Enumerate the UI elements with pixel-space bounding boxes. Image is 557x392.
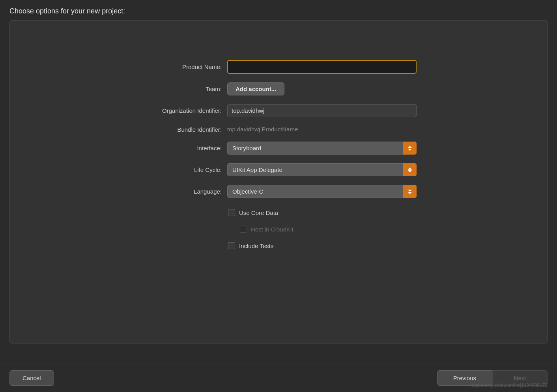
lifecycle-field: UIKit App Delegate — [227, 163, 417, 176]
bundle-identifier-value: top.davidhwj.ProductName — [227, 123, 298, 135]
use-core-data-row: Use Core Data — [228, 209, 417, 216]
team-row: Team: Add account... — [140, 82, 417, 95]
team-field: Add account... — [227, 82, 417, 95]
product-name-label: Product Name: — [140, 63, 227, 70]
cancel-button[interactable]: Cancel — [9, 370, 54, 386]
lifecycle-label: Life Cycle: — [140, 166, 227, 173]
lifecycle-select-wrapper: UIKit App Delegate — [227, 163, 417, 176]
org-identifier-label: Organization Identifier: — [140, 107, 227, 114]
language-field: Objective-C — [227, 185, 417, 198]
page-title: Choose options for your new project: — [0, 0, 557, 20]
language-label: Language: — [140, 188, 227, 195]
form-area: Product Name: Team: Add account... Organ… — [10, 36, 547, 255]
product-name-field — [227, 60, 417, 74]
bundle-identifier-row: Bundle Identifier: top.davidhwj.ProductN… — [140, 126, 417, 133]
host-cloudkit-checkbox — [240, 226, 247, 233]
interface-row: Interface: Storyboard — [140, 142, 417, 155]
add-account-button[interactable]: Add account... — [227, 82, 284, 95]
use-core-data-label: Use Core Data — [239, 209, 278, 216]
org-identifier-field — [227, 104, 417, 117]
include-tests-row: Include Tests — [228, 242, 417, 249]
include-tests-checkbox[interactable] — [228, 242, 235, 249]
interface-select-wrapper: Storyboard — [227, 142, 417, 155]
lifecycle-select[interactable]: UIKit App Delegate — [227, 163, 417, 176]
host-cloudkit-label: Host in CloudKit — [251, 226, 293, 233]
host-cloudkit-row: Host in CloudKit — [228, 226, 417, 233]
lifecycle-row: Life Cycle: UIKit App Delegate — [140, 163, 417, 176]
interface-select[interactable]: Storyboard — [227, 142, 417, 155]
bundle-identifier-label: Bundle Identifier: — [140, 126, 227, 133]
team-label: Team: — [140, 86, 227, 92]
org-identifier-input[interactable] — [227, 104, 417, 117]
language-select-wrapper: Objective-C — [227, 185, 417, 198]
bundle-identifier-field: top.davidhwj.ProductName — [227, 126, 417, 133]
product-name-input[interactable] — [227, 60, 417, 74]
org-identifier-row: Organization Identifier: — [140, 104, 417, 117]
use-core-data-checkbox[interactable] — [228, 209, 235, 216]
dialog-container: Product Name: Team: Add account... Organ… — [9, 20, 548, 343]
product-name-row: Product Name: — [140, 60, 417, 74]
language-select[interactable]: Objective-C — [227, 185, 417, 198]
interface-field: Storyboard — [227, 142, 417, 155]
checkboxes-area: Use Core Data Host in CloudKit Include T… — [140, 209, 417, 255]
interface-label: Interface: — [140, 145, 227, 151]
watermark: https://blog.csdn.net/hwj1134638172 — [471, 383, 548, 388]
language-row: Language: Objective-C — [140, 185, 417, 198]
include-tests-label: Include Tests — [239, 243, 273, 249]
